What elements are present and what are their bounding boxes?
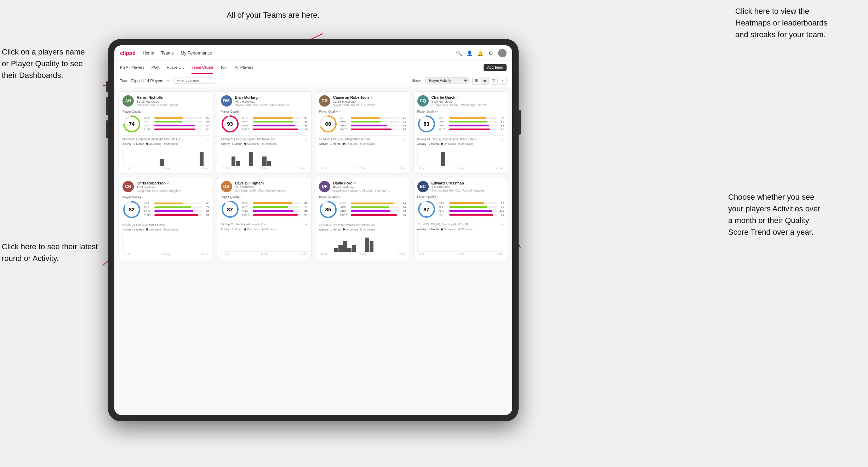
filter-input[interactable] [173, 78, 216, 84]
on-course-legend[interactable]: On course [146, 228, 161, 231]
subnav: PGAT Players PGA Hcaps 1-5 Team Clippd T… [114, 61, 512, 74]
subnav-teamclippd[interactable]: Team Clippd [192, 61, 213, 74]
player-card-p8[interactable]: EC Edward Crossman 1-5 Handicap Sunningd… [413, 177, 508, 259]
on-course-legend[interactable]: On course [343, 142, 358, 146]
grid-view-button[interactable]: ⊞ [472, 77, 480, 85]
player-name[interactable]: Chris Robertson ✓ [137, 181, 210, 186]
stat-value-putt: 96 [400, 213, 406, 217]
verified-badge: ✓ [354, 182, 356, 185]
quality-circle[interactable]: 87 [221, 200, 239, 218]
edit-team-icon[interactable]: ✏ [167, 78, 170, 83]
stat-label-ott: OTT [439, 201, 448, 205]
player-card-p5[interactable]: CR Chris Robertson ✓ 1-5 Handicap Craigm… [119, 177, 213, 259]
round-text: 02 Sep 23 | Sunrise round to get back in… [122, 137, 183, 141]
avatar-icon[interactable] [498, 49, 507, 57]
off-course-legend[interactable]: Off course [164, 142, 178, 146]
settings-icon[interactable]: ⚙ [487, 50, 494, 56]
quality-circle[interactable]: 74 [122, 115, 141, 133]
sort-button[interactable]: ↕ [499, 77, 507, 85]
show-select[interactable]: Player Activity Quality Score Trend [425, 77, 469, 84]
off-course-legend[interactable]: Off course [458, 142, 473, 146]
off-course-legend[interactable]: Off course [262, 142, 276, 146]
chart-date-end: 4 Sep [496, 252, 503, 255]
off-course-legend[interactable]: Off course [360, 228, 375, 231]
off-course-legend[interactable]: Off course [360, 142, 375, 146]
player-card-p3[interactable]: CR Cameron Robertson ✓ 11-15 Handicap Ro… [315, 91, 410, 173]
stat-value-ott: 73 [498, 201, 504, 205]
filter-button[interactable]: ▽ [490, 77, 498, 85]
activity-section: Activity · 1 Month On course Off course [122, 142, 210, 170]
latest-round[interactable]: 03 Mar 23 | 19, Must make putting → [122, 221, 210, 227]
stat-value-ott: 89 [400, 202, 406, 205]
subnav-allplayers[interactable]: All Players [235, 61, 253, 74]
list-view-button[interactable]: ☰ [481, 77, 489, 85]
quality-circle[interactable]: 93 [221, 115, 239, 133]
quality-number: 74 [129, 121, 135, 127]
player-avatar: DB [221, 181, 232, 192]
chart-date-mid: 21 Aug [457, 167, 465, 170]
player-club: Drift Golf Club, United Kingdom [137, 103, 210, 107]
round-arrow-icon: → [402, 223, 406, 227]
player-name[interactable]: Dave Billingham [235, 181, 308, 186]
player-card-p1[interactable]: AN Aaron Nicholls 11-15 Handicap Drift G… [119, 91, 213, 173]
player-name[interactable]: Aaron Nicholls [137, 95, 210, 100]
subnav-pgat[interactable]: PGAT Players [120, 61, 144, 74]
stat-label-putt: PUTT [144, 128, 153, 131]
round-text: 02 Jul 23 | 59 (+17), Craigmillar Park G… [319, 137, 370, 141]
player-name[interactable]: Cameron Robertson ✓ [333, 95, 406, 100]
quality-circle[interactable]: 83 [417, 115, 436, 133]
quality-circle[interactable]: 68 [319, 115, 337, 133]
quality-circle[interactable]: 87 [417, 200, 436, 218]
latest-round[interactable]: 07 Aug 23 | 77 (+7), St George's Hill GC… [417, 135, 504, 141]
latest-round[interactable]: 18 Jul 23 | 74 (+4), Sunningdale GC - Ol… [417, 221, 504, 226]
player-card-p4[interactable]: CQ Charlie Quick ✓ 6-10 Handicap St. Geo… [413, 91, 508, 173]
on-course-legend[interactable]: On course [244, 228, 259, 231]
nav-item-performance[interactable]: My Performance [181, 51, 212, 56]
on-course-label: On course [247, 228, 259, 231]
profile-icon[interactable]: 👤 [466, 50, 473, 56]
latest-round[interactable]: 26 Aug 23 | 73 (+1), Royal North Devon G… [221, 135, 308, 141]
off-course-legend[interactable]: Off course [458, 228, 473, 231]
activity-section: Activity · 1 Month On course Off course [221, 228, 308, 255]
add-team-button[interactable]: Add Team [484, 64, 507, 71]
player-card-p7[interactable]: DF David Ford ✓ Plus Handicap Royal Nort… [315, 177, 410, 259]
stat-value-arg: 85 [302, 209, 308, 212]
latest-round[interactable]: 02 Sep 23 | Sunrise round to get back in… [122, 135, 210, 141]
player-name[interactable]: Charlie Quick ✓ [432, 95, 504, 100]
stat-label-putt: PUTT [242, 213, 251, 216]
latest-round[interactable]: 04 Sep 23 | Mobility with coach, Gym → [221, 221, 308, 226]
subnav-pga[interactable]: PGA [152, 61, 160, 74]
player-name[interactable]: Blair McHarg ✓ [235, 95, 308, 100]
latest-round[interactable]: 26 Aug 23 | 84 (+12), Royal North Devon … [319, 221, 406, 227]
quality-circle[interactable]: 85 [319, 200, 337, 219]
stat-value-putt: 92 [498, 213, 504, 216]
subnav-hcaps[interactable]: Hcaps 1-5 [167, 61, 184, 74]
subnav-tour[interactable]: Tour [220, 61, 228, 74]
on-course-legend[interactable]: On course [441, 228, 456, 231]
player-card-p2[interactable]: BM Blair McHarg ✓ Plus Handicap Royal No… [217, 91, 312, 173]
latest-round[interactable]: 02 Jul 23 | 59 (+17), Craigmillar Park G… [319, 135, 406, 141]
player-club: Royal North Devon Golf Club, United Kin.… [333, 189, 406, 193]
chart-date-mid: 21 Aug [162, 253, 170, 255]
nav-item-teams[interactable]: Teams [161, 51, 173, 56]
bell-icon[interactable]: 🔔 [477, 50, 483, 56]
on-course-legend[interactable]: On course [343, 228, 358, 231]
quality-circle[interactable]: 82 [122, 200, 141, 219]
chart-date-end: 4 Sep [496, 167, 503, 170]
off-course-legend[interactable]: Off course [262, 228, 276, 231]
round-arrow-icon: → [206, 137, 210, 141]
stat-label-app: APP [439, 205, 448, 209]
stat-value-arg: 83 [400, 210, 406, 213]
on-course-legend[interactable]: On course [146, 142, 161, 146]
on-course-legend[interactable]: On course [441, 142, 456, 146]
nav-item-home[interactable]: Home [143, 51, 154, 56]
player-name[interactable]: Edward Crossman [432, 181, 504, 186]
quality-label: Player Quality ℹ [319, 110, 406, 113]
on-course-legend[interactable]: On course [244, 142, 259, 146]
off-course-legend[interactable]: Off course [164, 228, 178, 231]
search-icon[interactable]: 🔍 [456, 50, 462, 56]
chart-area [417, 232, 504, 252]
activity-label: Activity · 1 Month [122, 228, 144, 231]
player-card-p6[interactable]: DB Dave Billingham Plus Handicap Sog Mag… [217, 177, 312, 259]
player-name[interactable]: David Ford ✓ [333, 181, 406, 186]
